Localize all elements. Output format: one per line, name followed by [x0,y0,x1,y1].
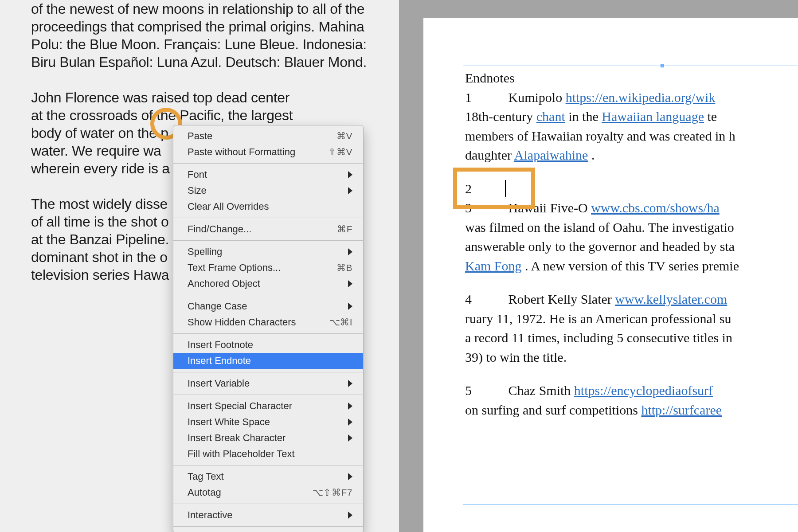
body-line: body of water on the p [31,125,168,141]
menu-item-size[interactable]: Size [173,183,363,199]
endnote-number: 4 [465,289,505,309]
menu-item-insert-special-character[interactable]: Insert Special Character [173,398,363,414]
endnote-row: 4 Robert Kelly Slater www.kellyslater.co… [465,289,798,309]
submenu-arrow-icon [348,171,352,178]
menu-item-shortcut: ⌘F [337,224,352,235]
menu-item-insert-variable[interactable]: Insert Variable [173,376,363,391]
endnote-text: . A new version of this TV series premie [525,258,739,273]
menu-item-show-hidden-characters[interactable]: Show Hidden Characters ⌥⌘I [173,314,363,330]
menu-item-clear-all-overrides[interactable]: Clear All Overrides [173,199,363,215]
menu-item-label: Find/Change... [188,223,337,235]
menu-item-label: Insert Footnote [188,339,352,351]
endnote-link[interactable]: https://encyclopediaofsurf [574,383,713,398]
menu-item-label: Show Hidden Characters [188,317,329,328]
menu-item-label: Clear All Overrides [188,201,352,212]
submenu-arrow-icon [348,248,352,255]
body-paragraph-1[interactable]: of the newest of new moons in relationsh… [31,0,372,71]
menu-item-spelling[interactable]: Spelling [173,244,363,260]
endnote-link[interactable]: www.cbs.com/shows/ha [591,200,720,215]
menu-item-label: Anchored Object [188,278,344,289]
menu-item-shortcut: ⌘B [336,262,352,273]
endnote-continuation: answerable only to the governor and head… [465,237,798,256]
body-line: John Florence was raised top dead center [31,90,289,106]
menu-item-paste-without-formatting[interactable]: Paste without Formatting ⇧⌘V [173,144,363,160]
menu-item-insert-white-space[interactable]: Insert White Space [173,414,363,430]
menu-item-find-change[interactable]: Find/Change... ⌘F [173,221,363,237]
submenu-arrow-icon [348,419,352,426]
endnote-link[interactable]: https://en.wikipedia.org/wik [566,90,716,105]
menu-item-tag-text[interactable]: Tag Text [173,469,363,485]
endnote-text: . [591,148,595,162]
menu-item-fill-with-placeholder-text[interactable]: Fill with Placeholder Text [173,446,363,462]
pasteboard: Endnotes 1 Kumipolo https://en.wikipedia… [399,0,798,532]
menu-item-paste[interactable]: Paste ⌘V [173,128,363,144]
menu-separator [173,372,363,372]
endnote-row: 2 [465,179,798,199]
context-menu: Paste ⌘V Paste without Formatting ⇧⌘V Fo… [173,125,364,532]
body-line: television series Hawa [31,267,169,283]
endnote-continuation: ruary 11, 1972. He is an American profes… [465,309,798,329]
endnote-number: 5 [465,381,505,400]
menu-item-label: Insert Variable [188,378,344,389]
body-line: water. We require wa [31,143,161,159]
endnote-continuation: 39) to win the title. [465,348,798,367]
menu-item-label: Insert Break Character [188,432,344,444]
menu-separator [173,465,363,466]
endnote-text: Kumipolo [509,90,566,105]
endnote-link[interactable]: Alapaiwahine [514,148,588,162]
menu-item-text-frame-options[interactable]: Text Frame Options... ⌘B [173,260,363,276]
menu-item-anchored-object[interactable]: Anchored Object [173,276,363,292]
endnotes-title: Endnotes [465,68,798,88]
endnote-continuation: 18th-century chant in the Hawaiian langu… [465,107,798,126]
blank-line [465,275,798,289]
menu-separator [173,163,363,164]
endnote-continuation: members of Hawaiian royalty and was crea… [465,126,798,146]
endnote-continuation: a record 11 times, including 5 consecuti… [465,328,798,348]
body-line: dominant shot in the o [31,249,168,265]
endnote-link[interactable]: www.kellyslater.com [615,292,727,306]
submenu-arrow-icon [348,403,352,410]
menu-item-autotag[interactable]: Autotag ⌥⇧⌘F7 [173,485,363,501]
body-line: of all time is the shot o [31,214,168,230]
endnote-continuation: daughter Alapaiwahine . [465,145,798,165]
endnote-text: on surfing and surf competitions [465,403,641,417]
endnote-number: 1 [465,88,505,107]
page: Endnotes 1 Kumipolo https://en.wikipedia… [423,18,798,532]
endnote-text: 18th-century [465,109,536,124]
menu-item-font[interactable]: Font [173,167,363,183]
menu-item-change-case[interactable]: Change Case [173,298,363,314]
endnote-number: 3 [465,198,505,218]
menu-item-insert-break-character[interactable]: Insert Break Character [173,430,363,446]
menu-separator [173,395,363,395]
menu-separator [173,218,363,218]
endnotes-text-frame[interactable]: Endnotes 1 Kumipolo https://en.wikipedia… [463,66,798,505]
endnote-text: daughter [465,148,514,162]
endnote-link[interactable]: http://surfcaree [641,403,722,417]
endnote-continuation: on surfing and surf competitions http://… [465,400,798,420]
endnote-continuation: Kam Fong . A new version of this TV seri… [465,256,798,276]
endnote-link[interactable]: Kam Fong [465,258,522,273]
menu-item-label: Paste [188,130,336,142]
text-caret [505,180,506,197]
endnote-text: in the [568,109,602,124]
frame-handle[interactable] [661,64,664,67]
menu-item-interactive[interactable]: Interactive [173,507,363,523]
endnote-row: 5 Chaz Smith https://encyclopediaofsurf [465,381,798,400]
endnotes-content[interactable]: Endnotes 1 Kumipolo https://en.wikipedia… [463,66,798,422]
body-line: The most widely disse [31,196,168,212]
menu-item-shortcut: ⇧⌘V [328,147,352,157]
menu-item-label: Insert Special Character [188,400,344,412]
endnote-text: Robert Kelly Slater [509,292,615,306]
endnote-link[interactable]: chant [536,109,565,124]
menu-item-insert-footnote[interactable]: Insert Footnote [173,337,363,353]
body-line: wherein every ride is a [31,160,170,176]
menu-item-insert-endnote[interactable]: Insert Endnote [173,353,363,369]
blank-line [465,165,798,179]
endnote-link[interactable]: Hawaiian language [602,109,704,124]
endnote-row: 1 Kumipolo https://en.wikipedia.org/wik [465,88,798,107]
endnote-text: Hawaii Five-O [509,200,591,215]
menu-item-shortcut: ⌥⌘I [329,317,352,328]
menu-separator [173,295,363,295]
menu-item-shortcut: ⌘V [336,131,352,141]
menu-item-label: Fill with Placeholder Text [188,448,352,460]
